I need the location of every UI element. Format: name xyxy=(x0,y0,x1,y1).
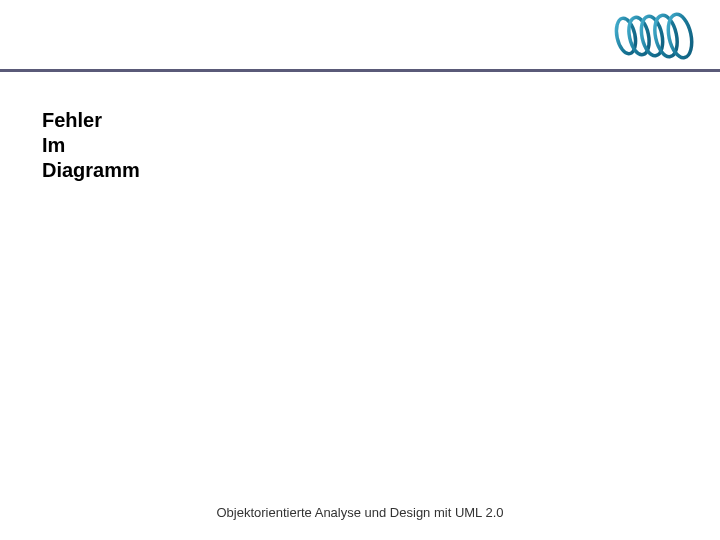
slide-title: Fehler Im Diagramm xyxy=(42,108,140,183)
title-line-3: Diagramm xyxy=(42,158,140,183)
spring-coil-icon xyxy=(610,8,700,64)
slide-footer: Objektorientierte Analyse und Design mit… xyxy=(0,505,720,520)
title-line-1: Fehler xyxy=(42,108,140,133)
svg-point-4 xyxy=(665,12,696,60)
title-line-2: Im xyxy=(42,133,140,158)
slide-header xyxy=(0,0,720,72)
